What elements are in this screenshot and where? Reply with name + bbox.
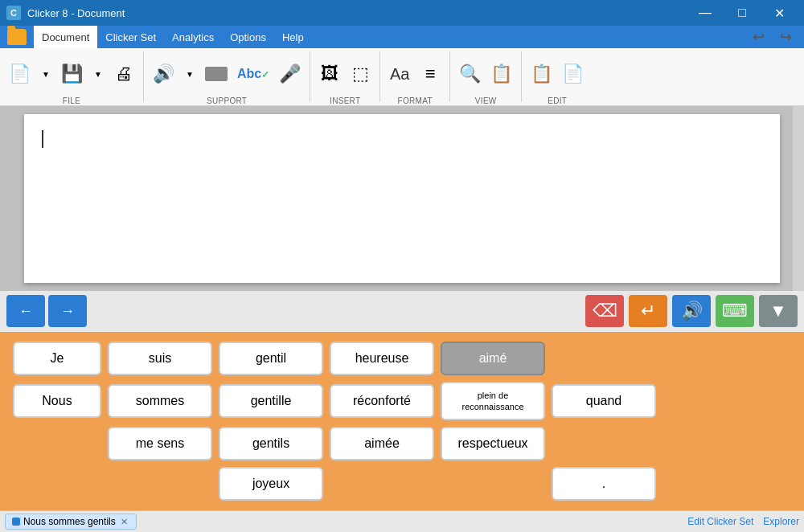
new-button[interactable]: 📄 <box>5 53 35 95</box>
search-button[interactable]: 🔍 <box>455 53 485 95</box>
support-label: SUPPORT <box>207 96 247 105</box>
clicker-aime[interactable]: aimé <box>441 342 545 375</box>
menu-analytics[interactable]: Analytics <box>164 26 222 48</box>
print-button[interactable]: 🖨 <box>109 53 138 95</box>
new-dropdown[interactable]: ▼ <box>36 64 55 84</box>
clicker-gentille[interactable]: gentille <box>219 384 323 418</box>
menu-options[interactable]: Options <box>222 26 274 48</box>
audio-dropdown[interactable]: ▼ <box>180 64 199 84</box>
paragraph-button[interactable]: ≡ <box>416 53 445 95</box>
menu-help[interactable]: Help <box>274 26 312 48</box>
copy-button[interactable]: 📄 <box>558 53 588 95</box>
redo-button[interactable]: ↪ <box>773 26 798 48</box>
audio-icon: 🔊 <box>153 65 174 83</box>
edit-label: EDIT <box>548 96 567 105</box>
format-buttons: Aa ≡ <box>385 53 445 95</box>
document-page[interactable] <box>24 114 780 283</box>
enter-button[interactable]: ↵ <box>629 295 667 327</box>
ribbon-group-view: 🔍 📋 VIEW <box>450 51 522 102</box>
app-icon: C <box>6 6 21 20</box>
print-icon: 🖨 <box>115 65 133 83</box>
tab-label: Nous sommes gentils <box>23 516 116 527</box>
edit-clicker-set-link[interactable]: Edit Clicker Set <box>687 516 753 527</box>
new-icon: 📄 <box>9 65 31 83</box>
clicker-respectueux[interactable]: respectueux <box>441 427 545 460</box>
font-icon: Aa <box>390 66 409 82</box>
text-cursor <box>42 130 43 148</box>
view-label: VIEW <box>475 96 497 105</box>
view2-icon: 📋 <box>490 65 512 83</box>
app-window: C Clicker 8 - Document — □ ✕ Document Cl… <box>0 0 804 532</box>
view-buttons: 🔍 📋 <box>455 53 516 95</box>
menu-clicker-set[interactable]: Clicker Set <box>97 26 164 48</box>
clicker-sommes[interactable]: sommes <box>108 384 212 418</box>
clicker-suis[interactable]: suis <box>108 342 212 375</box>
search-icon: 🔍 <box>459 65 481 83</box>
minimize-button[interactable]: — <box>687 0 724 26</box>
titlebar-left: C Clicker 8 - Document <box>6 6 125 20</box>
maximize-button[interactable]: □ <box>724 0 761 26</box>
ribbon-group-insert: 🖼 ⬚ INSERT <box>310 51 380 102</box>
scrollbar[interactable] <box>793 106 804 291</box>
explorer-link[interactable]: Explorer <box>763 516 799 527</box>
clicker-reconforte[interactable]: réconforté <box>330 384 434 418</box>
spellcheck-button[interactable]: Abc✓ <box>233 53 273 95</box>
insert-label: INSERT <box>330 96 360 105</box>
nav-next-button[interactable]: → <box>48 295 87 327</box>
clicker-nous[interactable]: Nous <box>13 384 101 418</box>
menu-document[interactable]: Document <box>34 26 97 48</box>
keyboard-button[interactable]: ⌨ <box>716 295 754 327</box>
clicker-me-sens[interactable]: me sens <box>108 427 212 460</box>
copy-icon: 📄 <box>562 65 584 83</box>
tab-close[interactable]: ✕ <box>119 517 129 527</box>
clicker-quand[interactable]: quand <box>552 384 656 418</box>
view2-button[interactable]: 📋 <box>486 53 516 95</box>
taskbar-links: Edit Clicker Set Explorer <box>687 516 799 527</box>
titlebar: C Clicker 8 - Document — □ ✕ <box>0 0 804 26</box>
clicker-plein-de[interactable]: plein dereconnaissance <box>441 382 545 421</box>
ribbon-group-support: 🔊 ▼ Abc✓ 🎤 SUPPORT <box>144 51 310 102</box>
save-dropdown[interactable]: ▼ <box>88 64 108 84</box>
style-button[interactable] <box>201 53 232 95</box>
taskbar: Nous sommes gentils ✕ Edit Clicker Set E… <box>0 510 804 532</box>
image-button[interactable]: 🖼 <box>315 53 344 95</box>
delete-button[interactable]: ⌫ <box>585 295 624 327</box>
save-button[interactable]: 💾 <box>57 53 87 95</box>
clicker-aimee[interactable]: aimée <box>330 427 434 460</box>
microphone-button[interactable]: 🎤 <box>275 53 305 95</box>
folder-button[interactable] <box>0 26 34 48</box>
file-buttons: 📄 ▼ 💾 ▼ 🖨 <box>5 53 138 95</box>
clicker-heureuse[interactable]: heureuse <box>330 342 434 375</box>
window-title: Clicker 8 - Document <box>27 7 125 19</box>
folder-icon <box>7 29 27 45</box>
enter-icon: ↵ <box>641 301 655 321</box>
audio-button[interactable]: 🔊 <box>149 53 178 95</box>
paste-button[interactable]: 📋 <box>527 53 556 95</box>
sound-icon: 🔊 <box>681 301 703 321</box>
insert-buttons: 🖼 ⬚ <box>315 53 375 95</box>
undo-redo-area: ↩ ↪ <box>746 26 804 48</box>
support-buttons: 🔊 ▼ Abc✓ 🎤 <box>149 53 305 95</box>
file-label: FILE <box>63 96 80 105</box>
nav-next-icon: → <box>60 303 75 320</box>
sound-button[interactable]: 🔊 <box>672 295 711 327</box>
clicker-joyeux[interactable]: joyeux <box>219 467 323 501</box>
down-button[interactable]: ▼ <box>759 295 798 327</box>
action-row: ← → ⌫ ↵ 🔊 ⌨ ▼ <box>0 291 804 331</box>
nav-prev-button[interactable]: ← <box>6 295 45 327</box>
clicker-grid: Je Nous suis sommes me sens gentil genti… <box>13 342 791 501</box>
paste-icon: 📋 <box>531 65 552 83</box>
clicker-period[interactable]: . <box>552 467 656 501</box>
format-label: FORMAT <box>398 96 433 105</box>
undo-button[interactable]: ↩ <box>746 26 770 48</box>
close-button[interactable]: ✕ <box>761 0 798 26</box>
taskbar-tab[interactable]: Nous sommes gentils ✕ <box>5 514 137 530</box>
font-button[interactable]: Aa <box>385 53 414 95</box>
action-buttons-right: ⌫ ↵ 🔊 ⌨ ▼ <box>585 295 798 327</box>
clicker-gentils[interactable]: gentils <box>219 427 323 460</box>
document-wrapper <box>0 106 804 291</box>
spellcheck-icon: Abc✓ <box>237 68 269 80</box>
clicker-je[interactable]: Je <box>13 342 101 375</box>
insert2-button[interactable]: ⬚ <box>346 53 375 95</box>
clicker-gentil[interactable]: gentil <box>219 342 323 375</box>
